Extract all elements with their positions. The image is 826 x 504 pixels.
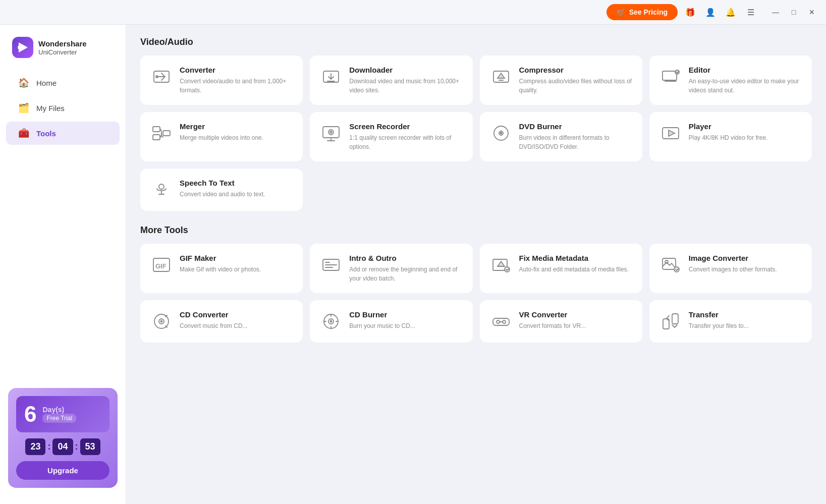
tool-card-screen-recorder[interactable]: Screen Recorder 1:1 quality screen recor… — [310, 112, 472, 161]
days-info: Day(s) Free Trial — [42, 406, 76, 423]
tool-card-intro-outro[interactable]: Intro & Outro Add or remove the beginnin… — [310, 244, 472, 293]
image-converter-desc: Convert images to other formats. — [689, 265, 802, 274]
sidebar-bottom: 6 Day(s) Free Trial 23 : 04 : 53 Upgrade — [0, 380, 126, 496]
speech-to-text-icon — [150, 179, 173, 201]
intro-outro-info: Intro & Outro Add or remove the beginnin… — [349, 254, 462, 283]
svg-rect-10 — [153, 135, 160, 140]
cart-icon: 🛒 — [617, 8, 625, 16]
tool-card-player[interactable]: Player Play 4K/8K HD video for free. — [649, 112, 812, 161]
gif-maker-info: GIF Maker Make Gif with video or photos. — [180, 254, 293, 274]
speech-to-text-name: Speech To Text — [180, 179, 293, 187]
editor-icon — [659, 66, 682, 88]
svg-point-26 — [505, 267, 510, 272]
svg-point-32 — [161, 321, 162, 322]
converter-info: Converter Convert video/audio to and fro… — [180, 66, 293, 95]
window-controls: — □ ✕ — [767, 4, 820, 20]
tool-card-gif-maker[interactable]: GIF GIF Maker Make Gif with video or pho… — [140, 244, 303, 293]
fix-metadata-desc: Auto-fix and edit metadata of media file… — [519, 265, 632, 274]
svg-point-14 — [330, 131, 332, 133]
tool-card-image-converter[interactable]: Image Converter Convert images to other … — [649, 244, 812, 293]
gif-maker-name: GIF Maker — [180, 254, 293, 262]
tool-card-dvd-burner[interactable]: DVD Burner Burn videos in different form… — [480, 112, 642, 161]
logo-text: Wondershare UniConverter — [38, 39, 87, 56]
dvd-burner-icon — [490, 122, 512, 144]
tool-card-merger[interactable]: Merger Merge multiple videos into one. — [140, 112, 303, 161]
image-converter-info: Image Converter Convert images to other … — [689, 254, 802, 274]
upgrade-button[interactable]: Upgrade — [16, 461, 109, 480]
intro-outro-icon — [320, 254, 342, 276]
logo-area: Wondershare UniConverter — [0, 33, 126, 70]
tool-card-cd-converter[interactable]: CD Converter Convert music from CD... — [140, 300, 303, 343]
cd-converter-desc: Convert music from CD... — [180, 321, 293, 330]
svg-marker-19 — [669, 130, 675, 136]
image-converter-name: Image Converter — [689, 254, 802, 262]
tool-card-fix-metadata[interactable]: Fix Media Metadata Auto-fix and edit met… — [480, 244, 642, 293]
tool-card-transfer[interactable]: Transfer Transfer your files to... — [649, 300, 812, 343]
tool-card-compressor[interactable]: Compressor Compress audio/video files wi… — [480, 55, 642, 105]
svg-marker-25 — [498, 261, 505, 266]
gift-icon[interactable]: 🎁 — [683, 5, 698, 20]
downloader-icon — [320, 66, 342, 88]
fix-metadata-info: Fix Media Metadata Auto-fix and edit met… — [519, 254, 632, 274]
vr-converter-desc: Convert formats for VR... — [519, 321, 632, 330]
cd-burner-info: CD Burner Burn your music to CD... — [349, 310, 462, 330]
downloader-desc: Download video and music from 10,000+ vi… — [349, 77, 462, 95]
product-name: UniConverter — [38, 48, 87, 56]
close-button[interactable]: ✕ — [804, 4, 820, 20]
speech-to-text-info: Speech To Text Convert video and audio t… — [180, 179, 293, 199]
tools-icon: 🧰 — [18, 128, 29, 139]
nav-item-home[interactable]: 🏠 Home — [6, 71, 120, 94]
user-icon[interactable]: 👤 — [703, 5, 718, 20]
maximize-button[interactable]: □ — [786, 4, 802, 20]
home-label: Home — [36, 79, 57, 87]
svg-rect-9 — [153, 127, 160, 132]
screen-recorder-name: Screen Recorder — [349, 122, 462, 131]
gif-maker-icon: GIF — [150, 254, 173, 276]
days-number: 6 — [24, 403, 36, 425]
player-icon — [659, 122, 682, 144]
fix-metadata-name: Fix Media Metadata — [519, 254, 632, 262]
tool-card-speech-to-text[interactable]: Speech To Text Convert video and audio t… — [140, 169, 303, 211]
tool-card-cd-burner[interactable]: CD Burner Burn your music to CD... — [310, 300, 472, 343]
speech-to-text-desc: Convert video and audio to text. — [180, 190, 293, 199]
tool-card-editor[interactable]: Editor An easy-to-use video editor to ma… — [649, 55, 812, 105]
svg-point-3 — [156, 76, 158, 78]
merger-name: Merger — [180, 122, 293, 131]
svg-marker-6 — [498, 73, 505, 78]
nav-item-myfiles[interactable]: 🗂️ My Files — [6, 96, 120, 120]
minimize-button[interactable]: — — [767, 4, 784, 20]
tool-card-downloader[interactable]: Downloader Download video and music from… — [310, 55, 472, 105]
cd-converter-name: CD Converter — [180, 310, 293, 319]
editor-name: Editor — [689, 66, 802, 74]
svg-point-17 — [500, 133, 502, 134]
more-tools-grid: GIF GIF Maker Make Gif with video or pho… — [140, 244, 812, 343]
see-pricing-button[interactable]: 🛒 See Pricing — [607, 4, 678, 20]
app-logo-icon — [12, 37, 33, 58]
notification-icon[interactable]: 🔔 — [723, 5, 738, 20]
image-converter-icon — [659, 254, 682, 276]
vr-converter-info: VR Converter Convert formats for VR... — [519, 310, 632, 330]
converter-name: Converter — [180, 66, 293, 74]
vr-converter-name: VR Converter — [519, 310, 632, 319]
titlebar: 🛒 See Pricing 🎁 👤 🔔 ☰ — □ ✕ — [0, 0, 826, 25]
player-desc: Play 4K/8K HD video for free. — [689, 133, 802, 142]
downloader-name: Downloader — [349, 66, 462, 74]
svg-point-37 — [497, 320, 500, 323]
nav-item-tools[interactable]: 🧰 Tools — [6, 122, 120, 145]
merger-desc: Merge multiple videos into one. — [180, 133, 293, 142]
downloader-info: Downloader Download video and music from… — [349, 66, 462, 95]
brand-name: Wondershare — [38, 39, 87, 48]
intro-outro-desc: Add or remove the beginning and end of y… — [349, 265, 462, 283]
fix-metadata-icon — [490, 254, 512, 276]
tool-card-vr-converter[interactable]: VR Converter Convert formats for VR... — [480, 300, 642, 343]
compressor-info: Compressor Compress audio/video files wi… — [519, 66, 632, 95]
video-audio-grid: Converter Convert video/audio to and fro… — [140, 55, 812, 211]
converter-desc: Convert video/audio to and from 1,000+ f… — [180, 77, 293, 95]
menu-icon[interactable]: ☰ — [743, 5, 758, 20]
see-pricing-label: See Pricing — [629, 8, 668, 16]
trial-card: 6 Day(s) Free Trial 23 : 04 : 53 Upgrade — [8, 388, 118, 488]
compressor-icon — [490, 66, 512, 88]
trial-days-box: 6 Day(s) Free Trial — [16, 396, 109, 432]
tool-card-converter[interactable]: Converter Convert video/audio to and fro… — [140, 55, 303, 105]
timer-minutes: 04 — [52, 438, 73, 455]
